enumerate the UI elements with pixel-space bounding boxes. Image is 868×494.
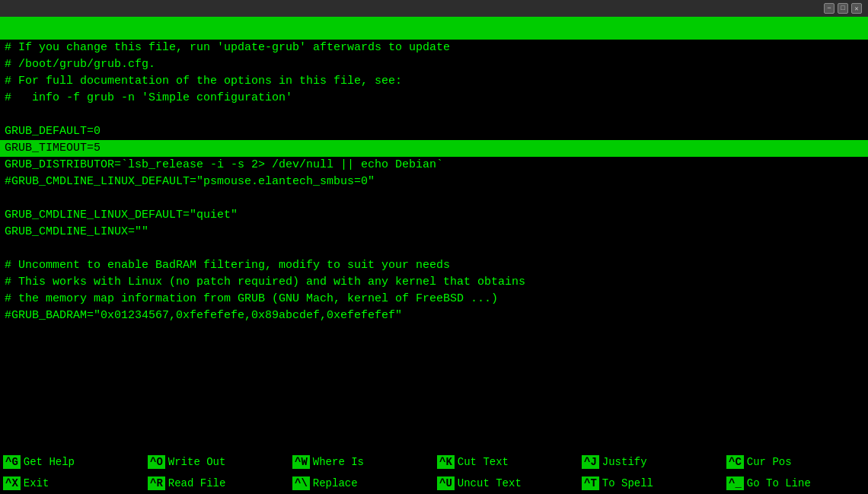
editor-line-1[interactable]: # /boot/grub/grub.cfg.	[0, 56, 868, 73]
shortcut-label-row2-2: Replace	[313, 477, 358, 489]
shortcut-key-row2-5: ^_	[726, 476, 744, 490]
shortcut-key-row2-0: ^X	[3, 476, 21, 490]
shortcut-label-row2-4: To Spell	[602, 477, 653, 489]
shortcut-item-row1-4[interactable]: ^JJustify	[579, 451, 723, 473]
editor-line-14[interactable]: # This works with Linux (no patch requir…	[0, 274, 868, 291]
editor-line-6[interactable]: GRUB_TIMEOUT=5	[0, 140, 868, 157]
editor-line-12[interactable]	[0, 241, 868, 257]
shortcut-label-row1-1: Write Out	[168, 456, 226, 468]
shortcut-label-row2-1: Read File	[168, 477, 226, 489]
shortcut-key-row2-1: ^R	[148, 476, 165, 490]
shortcut-label-row2-0: Exit	[24, 477, 49, 489]
shortcut-item-row1-2[interactable]: ^WWhere Is	[289, 451, 434, 473]
shortcut-item-row1-3[interactable]: ^KCut Text	[434, 451, 579, 473]
shortcut-row2: ^XExit^RRead File^\Replace^UUncut Text^T…	[0, 473, 868, 494]
shortcut-label-row1-0: Get Help	[24, 456, 75, 468]
close-button[interactable]: ✕	[851, 3, 862, 14]
editor-line-5[interactable]: GRUB_DEFAULT=0	[0, 123, 868, 140]
shortcut-item-row2-1[interactable]: ^RRead File	[145, 473, 289, 494]
editor-line-8[interactable]: #GRUB_CMDLINE_LINUX_DEFAULT="psmouse.ela…	[0, 174, 868, 190]
shortcut-row1: ^GGet Help^OWrite Out^WWhere Is^KCut Tex…	[0, 451, 868, 473]
window-controls[interactable]: − □ ✕	[824, 3, 862, 14]
shortcut-key-row1-3: ^K	[437, 455, 455, 469]
shortcut-label-row1-5: Cur Pos	[747, 456, 792, 468]
shortcut-label-row1-4: Justify	[602, 456, 647, 468]
editor-line-13[interactable]: # Uncomment to enable BadRAM filtering, …	[0, 257, 868, 274]
shortcut-item-row1-1[interactable]: ^OWrite Out	[145, 451, 289, 473]
shortcut-item-row2-2[interactable]: ^\Replace	[289, 473, 434, 494]
title-bar: − □ ✕	[0, 0, 868, 17]
shortcut-key-row1-1: ^O	[148, 455, 165, 469]
shortcut-label-row2-3: Uncut Text	[458, 477, 522, 489]
shortcut-item-row2-0[interactable]: ^XExit	[0, 473, 145, 494]
shortcut-item-row1-0[interactable]: ^GGet Help	[0, 451, 145, 473]
nano-header	[0, 17, 868, 40]
shortcut-key-row1-0: ^G	[3, 455, 21, 469]
shortcut-label-row1-2: Where Is	[313, 456, 364, 468]
shortcut-key-row1-5: ^C	[726, 455, 744, 469]
shortcut-key-row2-2: ^\	[292, 476, 310, 490]
shortcut-key-row1-4: ^J	[582, 455, 599, 469]
shortcut-key-row1-2: ^W	[292, 455, 310, 469]
editor-line-7[interactable]: GRUB_DISTRIBUTOR=`lsb_release -i -s 2> /…	[0, 157, 868, 174]
shortcut-item-row2-4[interactable]: ^TTo Spell	[579, 473, 723, 494]
shortcut-key-row2-3: ^U	[437, 476, 455, 490]
editor-line-16[interactable]: #GRUB_BADRAM="0x01234567,0xfefefefe,0x89…	[0, 308, 868, 324]
editor-line-4[interactable]	[0, 107, 868, 123]
editor-line-10[interactable]: GRUB_CMDLINE_LINUX_DEFAULT="quiet"	[0, 207, 868, 224]
shortcut-item-row2-3[interactable]: ^UUncut Text	[434, 473, 579, 494]
shortcut-label-row2-5: Go To Line	[747, 477, 811, 489]
editor-line-11[interactable]: GRUB_CMDLINE_LINUX=""	[0, 224, 868, 241]
editor-line-0[interactable]: # If you change this file, run 'update-g…	[0, 40, 868, 56]
shortcut-bar: ^GGet Help^OWrite Out^WWhere Is^KCut Tex…	[0, 451, 868, 494]
editor-area[interactable]: # If you change this file, run 'update-g…	[0, 40, 868, 451]
editor-line-3[interactable]: # info -f grub -n 'Simple configuration'	[0, 90, 868, 107]
editor-line-2[interactable]: # For full documentation of the options …	[0, 73, 868, 90]
maximize-button[interactable]: □	[838, 3, 848, 14]
shortcut-label-row1-3: Cut Text	[458, 456, 509, 468]
minimize-button[interactable]: −	[824, 3, 834, 14]
shortcut-item-row2-5[interactable]: ^_Go To Line	[723, 473, 868, 494]
shortcut-key-row2-4: ^T	[582, 476, 599, 490]
editor-line-9[interactable]	[0, 190, 868, 207]
editor-line-15[interactable]: # the memory map information from GRUB (…	[0, 291, 868, 308]
shortcut-item-row1-5[interactable]: ^CCur Pos	[723, 451, 868, 473]
nano-header-right	[854, 21, 862, 35]
